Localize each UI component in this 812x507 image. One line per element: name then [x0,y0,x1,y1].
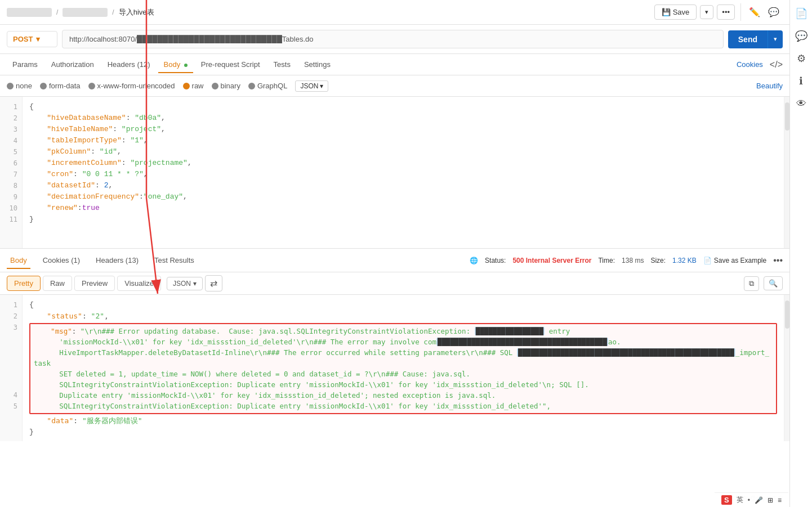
send-button[interactable]: Send [728,30,768,48]
method-select[interactable]: POST ▾ [7,31,57,47]
top-bar-actions: 💾 Save ▾ ••• ✏️ 💬 [654,3,783,21]
cookies-link[interactable]: Cookies [737,60,763,69]
send-group: Send ▾ [728,30,783,48]
response-format-select[interactable]: JSON ▾ [167,277,203,290]
resp-scrollbar-track[interactable] [784,295,789,441]
csdn-grid-icon[interactable]: ⊞ [768,496,773,504]
option-raw[interactable]: raw [183,82,204,90]
code-line-1: { [29,101,783,113]
top-bar: / / 导入hive表 💾 Save ▾ ••• ✏️ [0,0,789,25]
resp-tab-cookies[interactable]: Cookies (1) [39,252,83,269]
copy-icon: ⧉ [749,279,754,288]
csdn-menu-icon[interactable]: ≡ [778,496,782,504]
view-preview-button[interactable]: Preview [74,276,115,291]
tab-pre-request[interactable]: Pre-request Script [195,56,266,73]
breadcrumb-sep: / [56,8,58,16]
search-response-button[interactable]: 🔍 [764,276,783,290]
save-as-example-button[interactable]: 📄 Save as Example [703,257,766,264]
response-body-area: 1 2 3 4 5 { "status": "2", "msg": "\r\n#… [0,295,789,441]
time-label: Time: [598,257,615,264]
save-label: Save [673,8,690,16]
method-chevron: ▾ [36,35,40,43]
more-options-button[interactable]: ••• [717,5,735,20]
size-value: 1.32 KB [672,257,697,264]
radio-raw [183,83,190,89]
option-urlencoded[interactable]: x-www-form-urlencoded [88,82,175,90]
option-none[interactable]: none [7,82,32,90]
code-editor-content[interactable]: { "hiveDatabaseName": "db0a", "hiveTable… [23,97,789,248]
url-bar: POST ▾ Send ▾ [0,25,789,54]
resp-line-5: } [29,427,777,438]
request-body-editor[interactable]: 1 2 3 4 5 6 7 8 9 10 11 { "hiv [0,97,789,249]
option-binary[interactable]: binary [212,82,240,90]
line-numbers: 1 2 3 4 5 6 7 8 9 10 11 [0,97,23,248]
resp-format-chevron: ▾ [193,280,197,288]
response-right-icons: ⧉ 🔍 [744,276,783,291]
scrollbar-track[interactable] [784,97,789,248]
method-label: POST [13,35,33,43]
time-value: 138 ms [622,257,644,264]
comment-icon-button[interactable]: 💬 [765,3,783,21]
copy-response-button[interactable]: ⧉ [744,276,759,291]
tab-settings[interactable]: Settings [298,56,336,73]
send-dropdown-button[interactable]: ▾ [768,30,783,48]
save-doc-icon: 📄 [703,257,712,264]
resp-line-2: "status": "2", [29,311,777,322]
sidebar-comment-icon[interactable]: 💬 [792,27,810,45]
radio-form-data [40,83,47,89]
resp-scrollbar-thumb[interactable] [785,300,789,329]
wrap-button[interactable]: ⇄ [205,275,222,291]
edit-icon: ✏️ [749,7,760,17]
code-view-icon[interactable]: </> [770,60,783,70]
response-status-area: 🌐 Status: 500 Internal Server Error Time… [470,255,783,266]
chevron-down-icon: ▾ [705,8,708,15]
option-form-data[interactable]: form-data [40,82,81,90]
resp-tab-headers[interactable]: Headers (13) [92,252,142,269]
view-visualize-button[interactable]: Visualize [117,276,161,291]
sidebar-doc-icon[interactable]: 📄 [792,5,810,23]
radio-none [7,83,14,89]
breadcrumb-sep2: / [112,8,114,16]
response-more-button[interactable]: ••• [773,255,783,266]
url-input[interactable] [62,30,724,48]
tab-body[interactable]: Body [158,56,193,73]
body-options: none form-data x-www-form-urlencoded raw… [0,75,789,97]
response-code-content[interactable]: { "status": "2", "msg": "\r\n### Error u… [23,295,784,441]
resp-tab-test-results[interactable]: Test Results [151,252,198,269]
sidebar-info-icon[interactable]: ℹ [792,72,810,90]
radio-urlencoded [88,83,95,89]
code-line-5: "pkColumn": "id", [29,146,783,158]
code-line-7: "cron": "0 0 11 * * ?", [29,169,783,180]
body-dot [184,64,188,67]
breadcrumb-blur-1 [7,8,52,17]
radio-binary [212,83,218,89]
csdn-lang-toggle[interactable]: 英 [737,495,743,505]
code-line-10: "renew":true [29,203,783,214]
response-bar: Body Cookies (1) Headers (13) Test Resul… [0,249,789,272]
resp-tab-body[interactable]: Body [7,252,30,269]
scrollbar-thumb[interactable] [785,102,789,131]
code-line-2: "hiveDatabaseName": "db0a", [29,113,783,124]
tab-authorization[interactable]: Authorization [46,56,100,73]
save-button[interactable]: 💾 Save [654,5,697,20]
tab-tests[interactable]: Tests [268,56,296,73]
radio-graphql [248,83,255,89]
send-chevron-icon: ▾ [774,35,777,42]
csdn-mic-icon[interactable]: 🎤 [755,496,763,504]
json-format-select[interactable]: JSON ▾ [295,80,328,92]
view-raw-button[interactable]: Raw [43,276,72,291]
resp-line-4: "data": "服务器内部错误" [29,415,777,427]
resp-line-1: { [29,299,777,311]
view-pretty-button[interactable]: Pretty [7,276,41,291]
save-dropdown-button[interactable]: ▾ [700,5,713,19]
page-title: 导入hive表 [119,7,154,17]
search-icon: 🔍 [769,279,778,288]
tab-headers[interactable]: Headers (12) [102,56,156,73]
code-line-8: "datasetId": 2, [29,180,783,191]
edit-icon-button[interactable]: ✏️ [746,3,764,21]
option-graphql[interactable]: GraphQL [248,82,287,90]
sidebar-eye-icon[interactable]: 👁 [792,95,810,113]
tab-params[interactable]: Params [7,56,43,73]
beautify-button[interactable]: Beautify [756,82,783,90]
sidebar-settings-icon[interactable]: ⚙ [792,50,810,68]
